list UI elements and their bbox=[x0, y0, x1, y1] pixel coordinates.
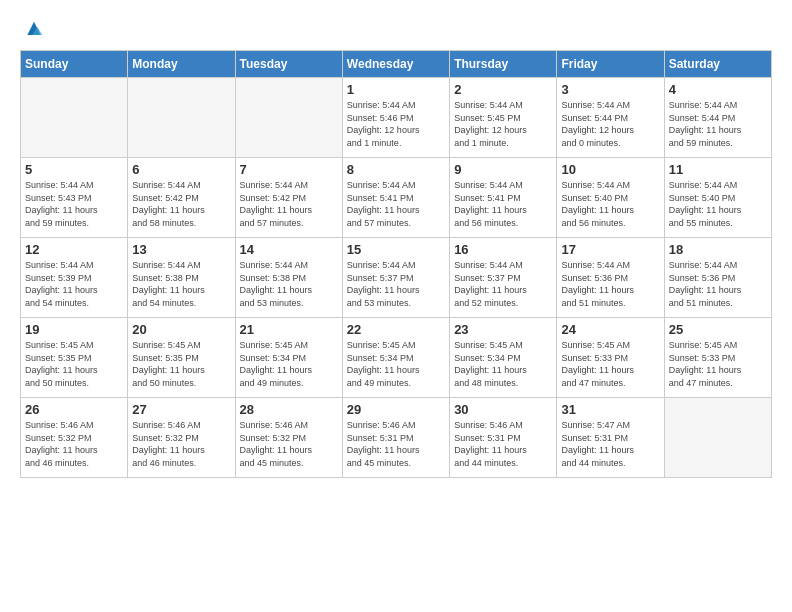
calendar-week-1: 1Sunrise: 5:44 AM Sunset: 5:46 PM Daylig… bbox=[21, 78, 772, 158]
day-info: Sunrise: 5:45 AM Sunset: 5:33 PM Dayligh… bbox=[561, 339, 659, 389]
day-number: 23 bbox=[454, 322, 552, 337]
day-number: 7 bbox=[240, 162, 338, 177]
calendar-day: 15Sunrise: 5:44 AM Sunset: 5:37 PM Dayli… bbox=[342, 238, 449, 318]
day-number: 14 bbox=[240, 242, 338, 257]
day-number: 2 bbox=[454, 82, 552, 97]
calendar-day: 9Sunrise: 5:44 AM Sunset: 5:41 PM Daylig… bbox=[450, 158, 557, 238]
calendar-header-tuesday: Tuesday bbox=[235, 51, 342, 78]
day-number: 18 bbox=[669, 242, 767, 257]
day-number: 27 bbox=[132, 402, 230, 417]
day-number: 8 bbox=[347, 162, 445, 177]
day-info: Sunrise: 5:44 AM Sunset: 5:40 PM Dayligh… bbox=[561, 179, 659, 229]
calendar-day: 22Sunrise: 5:45 AM Sunset: 5:34 PM Dayli… bbox=[342, 318, 449, 398]
day-number: 28 bbox=[240, 402, 338, 417]
day-number: 11 bbox=[669, 162, 767, 177]
day-info: Sunrise: 5:44 AM Sunset: 5:42 PM Dayligh… bbox=[240, 179, 338, 229]
day-info: Sunrise: 5:45 AM Sunset: 5:33 PM Dayligh… bbox=[669, 339, 767, 389]
day-info: Sunrise: 5:44 AM Sunset: 5:46 PM Dayligh… bbox=[347, 99, 445, 149]
day-info: Sunrise: 5:47 AM Sunset: 5:31 PM Dayligh… bbox=[561, 419, 659, 469]
day-info: Sunrise: 5:46 AM Sunset: 5:31 PM Dayligh… bbox=[454, 419, 552, 469]
day-number: 20 bbox=[132, 322, 230, 337]
day-number: 29 bbox=[347, 402, 445, 417]
calendar-day: 6Sunrise: 5:44 AM Sunset: 5:42 PM Daylig… bbox=[128, 158, 235, 238]
day-number: 25 bbox=[669, 322, 767, 337]
calendar-day: 19Sunrise: 5:45 AM Sunset: 5:35 PM Dayli… bbox=[21, 318, 128, 398]
day-number: 22 bbox=[347, 322, 445, 337]
calendar-week-4: 19Sunrise: 5:45 AM Sunset: 5:35 PM Dayli… bbox=[21, 318, 772, 398]
day-number: 13 bbox=[132, 242, 230, 257]
day-number: 19 bbox=[25, 322, 123, 337]
calendar-day: 11Sunrise: 5:44 AM Sunset: 5:40 PM Dayli… bbox=[664, 158, 771, 238]
calendar-day: 1Sunrise: 5:44 AM Sunset: 5:46 PM Daylig… bbox=[342, 78, 449, 158]
calendar-header-saturday: Saturday bbox=[664, 51, 771, 78]
calendar-week-2: 5Sunrise: 5:44 AM Sunset: 5:43 PM Daylig… bbox=[21, 158, 772, 238]
calendar-table: SundayMondayTuesdayWednesdayThursdayFrid… bbox=[20, 50, 772, 478]
calendar-day: 7Sunrise: 5:44 AM Sunset: 5:42 PM Daylig… bbox=[235, 158, 342, 238]
calendar-header-sunday: Sunday bbox=[21, 51, 128, 78]
day-info: Sunrise: 5:46 AM Sunset: 5:32 PM Dayligh… bbox=[240, 419, 338, 469]
calendar-day: 12Sunrise: 5:44 AM Sunset: 5:39 PM Dayli… bbox=[21, 238, 128, 318]
logo-icon bbox=[24, 20, 44, 40]
day-number: 4 bbox=[669, 82, 767, 97]
calendar-day: 14Sunrise: 5:44 AM Sunset: 5:38 PM Dayli… bbox=[235, 238, 342, 318]
day-info: Sunrise: 5:44 AM Sunset: 5:39 PM Dayligh… bbox=[25, 259, 123, 309]
day-info: Sunrise: 5:44 AM Sunset: 5:44 PM Dayligh… bbox=[561, 99, 659, 149]
calendar-day: 4Sunrise: 5:44 AM Sunset: 5:44 PM Daylig… bbox=[664, 78, 771, 158]
calendar-day: 25Sunrise: 5:45 AM Sunset: 5:33 PM Dayli… bbox=[664, 318, 771, 398]
day-info: Sunrise: 5:45 AM Sunset: 5:34 PM Dayligh… bbox=[454, 339, 552, 389]
calendar-day: 18Sunrise: 5:44 AM Sunset: 5:36 PM Dayli… bbox=[664, 238, 771, 318]
day-number: 21 bbox=[240, 322, 338, 337]
calendar-day: 16Sunrise: 5:44 AM Sunset: 5:37 PM Dayli… bbox=[450, 238, 557, 318]
day-info: Sunrise: 5:44 AM Sunset: 5:37 PM Dayligh… bbox=[454, 259, 552, 309]
calendar-day: 26Sunrise: 5:46 AM Sunset: 5:32 PM Dayli… bbox=[21, 398, 128, 478]
day-number: 5 bbox=[25, 162, 123, 177]
calendar-day bbox=[128, 78, 235, 158]
calendar-day: 10Sunrise: 5:44 AM Sunset: 5:40 PM Dayli… bbox=[557, 158, 664, 238]
day-info: Sunrise: 5:44 AM Sunset: 5:41 PM Dayligh… bbox=[347, 179, 445, 229]
calendar-day: 24Sunrise: 5:45 AM Sunset: 5:33 PM Dayli… bbox=[557, 318, 664, 398]
calendar-day: 29Sunrise: 5:46 AM Sunset: 5:31 PM Dayli… bbox=[342, 398, 449, 478]
day-number: 26 bbox=[25, 402, 123, 417]
day-number: 17 bbox=[561, 242, 659, 257]
day-number: 24 bbox=[561, 322, 659, 337]
day-number: 6 bbox=[132, 162, 230, 177]
day-number: 9 bbox=[454, 162, 552, 177]
day-info: Sunrise: 5:44 AM Sunset: 5:44 PM Dayligh… bbox=[669, 99, 767, 149]
day-number: 16 bbox=[454, 242, 552, 257]
day-info: Sunrise: 5:46 AM Sunset: 5:32 PM Dayligh… bbox=[132, 419, 230, 469]
day-number: 3 bbox=[561, 82, 659, 97]
day-number: 15 bbox=[347, 242, 445, 257]
calendar-day bbox=[235, 78, 342, 158]
day-number: 12 bbox=[25, 242, 123, 257]
calendar-day: 2Sunrise: 5:44 AM Sunset: 5:45 PM Daylig… bbox=[450, 78, 557, 158]
day-info: Sunrise: 5:44 AM Sunset: 5:45 PM Dayligh… bbox=[454, 99, 552, 149]
calendar-day: 17Sunrise: 5:44 AM Sunset: 5:36 PM Dayli… bbox=[557, 238, 664, 318]
calendar-day: 31Sunrise: 5:47 AM Sunset: 5:31 PM Dayli… bbox=[557, 398, 664, 478]
day-info: Sunrise: 5:44 AM Sunset: 5:40 PM Dayligh… bbox=[669, 179, 767, 229]
day-number: 10 bbox=[561, 162, 659, 177]
day-info: Sunrise: 5:44 AM Sunset: 5:43 PM Dayligh… bbox=[25, 179, 123, 229]
logo bbox=[20, 20, 44, 40]
calendar-header-row: SundayMondayTuesdayWednesdayThursdayFrid… bbox=[21, 51, 772, 78]
calendar-week-5: 26Sunrise: 5:46 AM Sunset: 5:32 PM Dayli… bbox=[21, 398, 772, 478]
calendar-week-3: 12Sunrise: 5:44 AM Sunset: 5:39 PM Dayli… bbox=[21, 238, 772, 318]
calendar-header-thursday: Thursday bbox=[450, 51, 557, 78]
day-info: Sunrise: 5:45 AM Sunset: 5:34 PM Dayligh… bbox=[240, 339, 338, 389]
calendar-day: 8Sunrise: 5:44 AM Sunset: 5:41 PM Daylig… bbox=[342, 158, 449, 238]
day-info: Sunrise: 5:46 AM Sunset: 5:32 PM Dayligh… bbox=[25, 419, 123, 469]
calendar-day: 23Sunrise: 5:45 AM Sunset: 5:34 PM Dayli… bbox=[450, 318, 557, 398]
day-info: Sunrise: 5:44 AM Sunset: 5:36 PM Dayligh… bbox=[669, 259, 767, 309]
day-info: Sunrise: 5:44 AM Sunset: 5:42 PM Dayligh… bbox=[132, 179, 230, 229]
calendar-day: 20Sunrise: 5:45 AM Sunset: 5:35 PM Dayli… bbox=[128, 318, 235, 398]
day-number: 31 bbox=[561, 402, 659, 417]
day-info: Sunrise: 5:45 AM Sunset: 5:35 PM Dayligh… bbox=[132, 339, 230, 389]
day-info: Sunrise: 5:44 AM Sunset: 5:36 PM Dayligh… bbox=[561, 259, 659, 309]
day-number: 1 bbox=[347, 82, 445, 97]
calendar-day: 28Sunrise: 5:46 AM Sunset: 5:32 PM Dayli… bbox=[235, 398, 342, 478]
day-info: Sunrise: 5:44 AM Sunset: 5:38 PM Dayligh… bbox=[132, 259, 230, 309]
day-info: Sunrise: 5:45 AM Sunset: 5:34 PM Dayligh… bbox=[347, 339, 445, 389]
calendar-header-friday: Friday bbox=[557, 51, 664, 78]
calendar-header-monday: Monday bbox=[128, 51, 235, 78]
day-info: Sunrise: 5:45 AM Sunset: 5:35 PM Dayligh… bbox=[25, 339, 123, 389]
day-info: Sunrise: 5:44 AM Sunset: 5:37 PM Dayligh… bbox=[347, 259, 445, 309]
